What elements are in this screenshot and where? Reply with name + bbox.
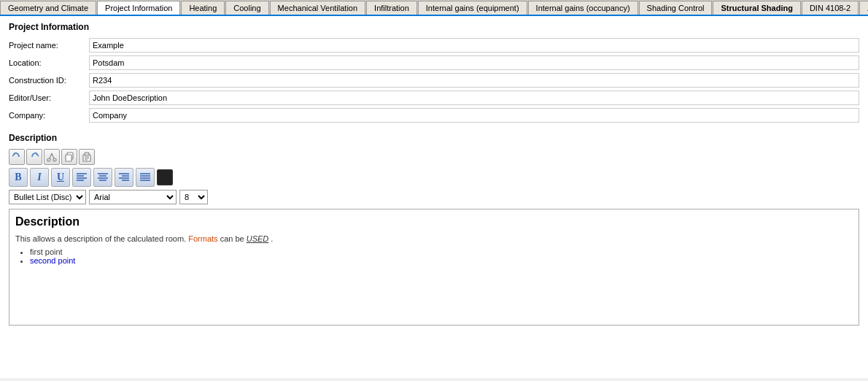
cut-button[interactable]	[44, 149, 60, 165]
project-name-input[interactable]	[89, 38, 859, 53]
location-label: Location:	[9, 58, 89, 67]
tab-internal-occ[interactable]: Internal gains (occupancy)	[528, 1, 638, 15]
list-item: first point	[30, 247, 853, 256]
svg-line-2	[50, 153, 52, 158]
company-label: Company:	[9, 111, 89, 120]
editor-label: Editor/User:	[9, 93, 89, 102]
svg-line-3	[52, 153, 54, 158]
font-size-select[interactable]: 6 7 8 9 10 12	[179, 190, 208, 204]
location-row: Location:	[9, 55, 859, 70]
bold-button[interactable]: B	[9, 168, 28, 187]
construction-id-row: Construction ID:	[9, 73, 859, 88]
tab-cooling[interactable]: Cooling	[225, 1, 268, 15]
tab-mechanical[interactable]: Mechanical Ventilation	[270, 1, 365, 15]
redo-button[interactable]	[26, 149, 42, 165]
svg-rect-5	[66, 155, 71, 161]
section-title: Project Information	[9, 22, 859, 32]
company-input[interactable]	[89, 108, 859, 123]
description-editor[interactable]: Description This allows a description of…	[9, 209, 859, 326]
description-title: Description	[9, 133, 859, 143]
list-item-text-2[interactable]: second point	[30, 256, 75, 265]
editor-row: Editor/User:	[9, 91, 859, 105]
svg-point-0	[47, 158, 50, 161]
company-row: Company:	[9, 108, 859, 123]
formats-link[interactable]: Formats	[188, 234, 217, 243]
text-color-button[interactable]	[157, 169, 173, 185]
list-item: second point	[30, 256, 853, 265]
tab-more[interactable]: A	[859, 1, 868, 15]
description-section: Description	[9, 133, 859, 326]
align-right-button[interactable]	[115, 168, 133, 187]
editor-list: first point second point	[30, 247, 853, 265]
tab-internal-eq[interactable]: Internal gains (equipment)	[418, 1, 527, 15]
list-style-select[interactable]: Bullet List (Disc) Numbered List None	[9, 190, 86, 204]
paste-button[interactable]	[79, 149, 95, 165]
dropdown-toolbar: Bullet List (Disc) Numbered List None Ar…	[9, 190, 859, 204]
underline-button[interactable]: U	[51, 168, 70, 187]
editor-heading: Description	[15, 215, 853, 228]
justify-button[interactable]	[136, 168, 155, 187]
list-item-text-1: first point	[30, 247, 63, 256]
align-left-button[interactable]	[72, 168, 91, 187]
used-text: USED	[247, 234, 269, 243]
body-period: .	[271, 234, 273, 243]
tab-geometry[interactable]: Geometry and Climate	[0, 1, 96, 15]
svg-rect-7	[85, 153, 89, 155]
copy-button[interactable]	[61, 149, 77, 165]
construction-id-input[interactable]	[89, 73, 859, 88]
align-center-button[interactable]	[93, 168, 112, 187]
construction-id-label: Construction ID:	[9, 76, 89, 85]
editor-input[interactable]	[89, 91, 859, 105]
project-name-label: Project name:	[9, 41, 89, 50]
tab-din[interactable]: DIN 4108-2	[802, 1, 859, 15]
body-text: This allows a description of the calcula…	[15, 234, 186, 243]
edit-toolbar	[9, 149, 859, 165]
tab-project-info[interactable]: Project Information	[97, 1, 180, 15]
tab-infiltration[interactable]: Infiltration	[366, 1, 417, 15]
project-name-row: Project name:	[9, 38, 859, 53]
svg-point-1	[53, 158, 56, 161]
main-content: Project Information Project name: Locati…	[0, 16, 868, 378]
format-toolbar: B I U	[9, 168, 859, 187]
italic-button[interactable]: I	[30, 168, 49, 187]
location-input[interactable]	[89, 55, 859, 70]
editor-body: This allows a description of the calcula…	[15, 234, 853, 243]
tab-structural[interactable]: Structural Shading	[713, 1, 800, 15]
font-select[interactable]: Arial Times New Roman Courier New	[89, 190, 177, 204]
tab-shading-ctrl[interactable]: Shading Control	[639, 1, 713, 15]
body-suffix: can be	[220, 234, 247, 243]
undo-button[interactable]	[9, 149, 25, 165]
tab-heating[interactable]: Heating	[181, 1, 225, 15]
tab-bar: Geometry and Climate Project Information…	[0, 0, 868, 16]
